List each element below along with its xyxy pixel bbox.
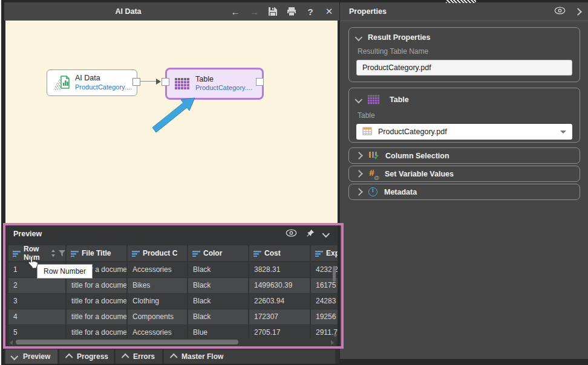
column-label: Cost	[264, 249, 281, 257]
vertical-scrollbar[interactable]	[333, 263, 336, 337]
eye-icon[interactable]	[554, 7, 566, 16]
selection-marquee	[446, 0, 476, 3]
chevron-down-icon[interactable]	[322, 230, 330, 237]
column-header-expen[interactable]: Expen	[311, 245, 338, 261]
hand-cursor-icon	[27, 255, 39, 271]
help-icon[interactable]: ?	[305, 7, 316, 17]
column-header-color[interactable]: Color	[188, 245, 248, 261]
tab-label: Progress	[77, 352, 108, 361]
port-table-output[interactable]	[256, 78, 264, 86]
table-row[interactable]: 2title for a documeBikesBlack1499630.391…	[8, 278, 338, 293]
section-heading: Column Selection	[385, 152, 449, 160]
vertical-scroll-thumb[interactable]	[333, 266, 336, 282]
properties-panel: Properties Result Properties Resulting T…	[339, 2, 588, 359]
scroll-right-icon[interactable]	[331, 340, 334, 345]
table-cell: title for a docume	[67, 278, 126, 293]
flow-editor-window: AI Data ← → ? ✕	[4, 2, 339, 364]
table-cell: Black	[188, 278, 248, 293]
preview-header-row: Row NumFile TitleProduct CColorCostExpen	[8, 245, 338, 261]
chevron-up-icon	[65, 353, 73, 361]
horizontal-scroll-thumb[interactable]	[16, 340, 238, 344]
table-cell: Accessories	[128, 262, 187, 277]
column-label: Expen	[326, 249, 338, 257]
column-selection-icon	[368, 150, 379, 161]
info-icon	[368, 187, 377, 196]
table-cell: 3828.31	[249, 262, 310, 277]
chevron-down-icon[interactable]	[354, 95, 362, 103]
row-number-tooltip: Row Number	[37, 264, 93, 279]
node-title: Table	[195, 75, 252, 85]
window-title: AI Data	[95, 2, 162, 21]
chevron-up-icon	[170, 353, 178, 361]
scroll-left-icon[interactable]	[10, 340, 13, 345]
spreadsheet-icon	[362, 127, 372, 137]
section-heading: Set Variable Values	[385, 170, 454, 178]
column-header-cost[interactable]: Cost	[249, 245, 310, 261]
column-label: Product C	[143, 249, 177, 257]
table-row[interactable]: 3title for a documeClothingBlack22603.94…	[8, 294, 338, 309]
port-table-input[interactable]	[162, 78, 169, 86]
dropdown-caret-icon	[560, 131, 566, 134]
save-icon[interactable]	[267, 7, 278, 16]
preview-panel: Preview Row NumFile TitleProduct CColorC…	[5, 225, 338, 348]
chevron-right-icon	[355, 188, 363, 196]
editor-titlebar: AI Data ← → ? ✕	[4, 2, 339, 21]
section-column-selection[interactable]: Column Selection	[348, 147, 580, 164]
table-cell: title for a docume	[67, 309, 126, 325]
preview-panel-header: Preview	[5, 225, 338, 243]
table-cell: Bikes	[128, 278, 187, 293]
column-label: Color	[203, 249, 222, 257]
print-icon[interactable]	[286, 7, 297, 16]
column-type-icon	[13, 250, 21, 257]
tab-errors[interactable]: Errors	[116, 349, 162, 364]
app-root: AI Data ← → ? ✕	[0, 0, 588, 365]
column-type-icon	[192, 250, 200, 257]
port-ai-output[interactable]	[132, 78, 140, 86]
table-cell: 2	[8, 278, 65, 293]
section-heading: Metadata	[384, 188, 417, 196]
pin-icon[interactable]	[306, 229, 315, 239]
section-result-properties: Result Properties Resulting Table Name	[348, 27, 580, 82]
chevron-down-icon[interactable]	[354, 33, 362, 41]
flow-canvas[interactable]: AI Data ProductCategory.... Table Produc…	[5, 21, 338, 225]
scroll-down-icon[interactable]	[333, 334, 338, 337]
tab-label: Master Flow	[181, 352, 223, 361]
column-type-icon	[132, 250, 140, 257]
resulting-table-name-input[interactable]	[356, 60, 572, 76]
node-ai-data[interactable]: AI Data ProductCategory....	[47, 69, 137, 96]
table-cell: 22603.94	[249, 294, 310, 309]
screen-edge	[0, 0, 1, 365]
table-cell: Black	[188, 309, 248, 325]
close-icon[interactable]: ✕	[324, 6, 335, 17]
chevron-right-icon[interactable]	[574, 8, 582, 16]
table-row[interactable]: 4title for a documeComponentsBlack172307…	[8, 309, 338, 325]
section-heading: Result Properties	[368, 33, 431, 42]
tab-label: Preview	[23, 352, 50, 361]
section-heading: Table	[390, 95, 409, 104]
back-arrow-icon[interactable]: ←	[230, 7, 241, 17]
filter-funnel-icon[interactable]	[59, 250, 65, 257]
forward-arrow-icon[interactable]: →	[249, 7, 260, 17]
table-cell: title for a docume	[67, 294, 126, 309]
sort-arrows-icon[interactable]	[51, 249, 56, 257]
horizontal-scrollbar[interactable]	[8, 338, 336, 346]
section-metadata[interactable]: Metadata	[348, 184, 580, 200]
tab-progress[interactable]: Progress	[59, 349, 114, 364]
tab-preview[interactable]: Preview	[5, 349, 57, 364]
tab-master-flow[interactable]: Master Flow	[164, 349, 335, 364]
column-type-icon	[71, 250, 79, 257]
annotation-arrow	[5, 21, 338, 225]
field-label: Resulting Table Name	[358, 47, 572, 56]
section-set-variable-values[interactable]: Set Variable Values	[348, 166, 580, 182]
column-header-file-title[interactable]: File Title	[67, 245, 126, 261]
node-table[interactable]: Table ProductCategory....	[165, 68, 264, 100]
properties-header: Properties	[340, 2, 588, 21]
eye-icon[interactable]	[286, 229, 297, 239]
column-label: File Title	[82, 249, 111, 257]
variable-hash-icon	[368, 169, 378, 179]
column-header-product-c[interactable]: Product C	[128, 245, 187, 261]
node-subtitle: ProductCategory....	[195, 84, 252, 92]
table-dropdown[interactable]: ProductCategory.pdf	[356, 124, 572, 140]
dropdown-value: ProductCategory.pdf	[378, 128, 447, 136]
preview-title: Preview	[13, 230, 42, 238]
